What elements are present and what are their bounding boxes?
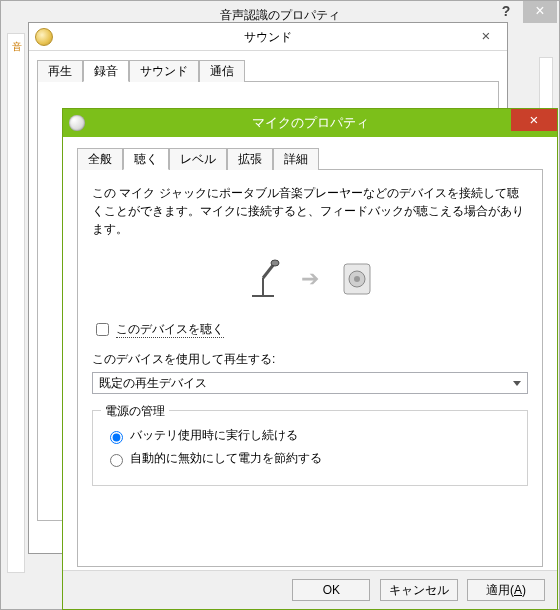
speaker-device-icon xyxy=(334,256,380,302)
sound-close-button[interactable]: × xyxy=(469,25,503,47)
mic-stand-icon xyxy=(240,256,286,302)
mic-close-button[interactable]: × xyxy=(511,109,557,131)
playback-device-label: このデバイスを使用して再生する: xyxy=(92,351,528,368)
tab-record[interactable]: 録音 xyxy=(83,60,129,82)
power-radio-continue[interactable] xyxy=(110,431,123,444)
tab-detail[interactable]: 詳細 xyxy=(273,148,319,170)
power-management-legend: 電源の管理 xyxy=(101,403,169,420)
tab-enhance[interactable]: 拡張 xyxy=(227,148,273,170)
playback-device-selected: 既定の再生デバイス xyxy=(99,376,207,390)
tab-general[interactable]: 全般 xyxy=(77,148,123,170)
close-button-disabled: × xyxy=(523,1,557,23)
mic-titlebar: マイクのプロパティ × xyxy=(63,109,557,137)
listen-checkbox-row: このデバイスを聴く xyxy=(92,320,528,339)
ok-button[interactable]: OK xyxy=(292,579,370,601)
listen-description: この マイク ジャックにポータブル音楽プレーヤーなどのデバイスを接続して聴くこと… xyxy=(92,184,528,238)
sound-titlebar: サウンド × xyxy=(29,23,507,51)
tab-playback[interactable]: 再生 xyxy=(37,60,83,82)
mic-title: マイクのプロパティ xyxy=(252,115,369,130)
mic-tabstrip: 全般聴くレベル拡張詳細 xyxy=(77,147,543,169)
tab-level[interactable]: レベル xyxy=(169,148,227,170)
power-radio-auto-disable-label: 自動的に無効にして電力を節約する xyxy=(130,451,322,465)
playback-device-dropdown[interactable]: 既定の再生デバイス xyxy=(92,372,528,394)
arrow-icon: ➔ xyxy=(301,266,319,291)
svg-point-3 xyxy=(271,260,279,266)
sound-title: サウンド xyxy=(244,30,292,44)
power-radio-continue-label: バッテリ使用時に実行し続ける xyxy=(130,428,298,442)
mic-icon xyxy=(69,115,85,131)
tab-communication[interactable]: 通信 xyxy=(199,60,245,82)
listen-checkbox-label: このデバイスを聴く xyxy=(116,322,224,338)
power-radio-auto-disable[interactable] xyxy=(110,454,123,467)
speaker-icon xyxy=(35,28,53,46)
tab-marker-icon: 音 xyxy=(12,40,22,54)
help-button[interactable]: ? xyxy=(491,1,521,21)
speech-properties-title: 音声認識のプロパティ xyxy=(220,8,340,22)
apply-button[interactable]: 適用(A) xyxy=(467,579,545,601)
svg-line-2 xyxy=(263,264,274,278)
mic-properties-window: マイクのプロパティ × 全般聴くレベル拡張詳細 この マイク ジャックにポータブ… xyxy=(62,108,558,610)
listen-checkbox[interactable] xyxy=(96,323,109,336)
cancel-button[interactable]: キャンセル xyxy=(380,579,458,601)
background-panel-left: 音 xyxy=(7,33,25,573)
tab-listen[interactable]: 聴く xyxy=(123,148,169,170)
tab-sounds[interactable]: サウンド xyxy=(129,60,199,82)
device-diagram: ➔ xyxy=(92,256,528,302)
dialog-button-row: OK キャンセル 適用(A) xyxy=(63,570,557,609)
mic-tabpane: この マイク ジャックにポータブル音楽プレーヤーなどのデバイスを接続して聴くこと… xyxy=(77,169,543,567)
sound-tabstrip: 再生録音サウンド通信 xyxy=(37,59,499,81)
svg-point-6 xyxy=(354,276,360,282)
power-management-group: 電源の管理 バッテリ使用時に実行し続ける 自動的に無効にして電力を節約する xyxy=(92,410,528,486)
